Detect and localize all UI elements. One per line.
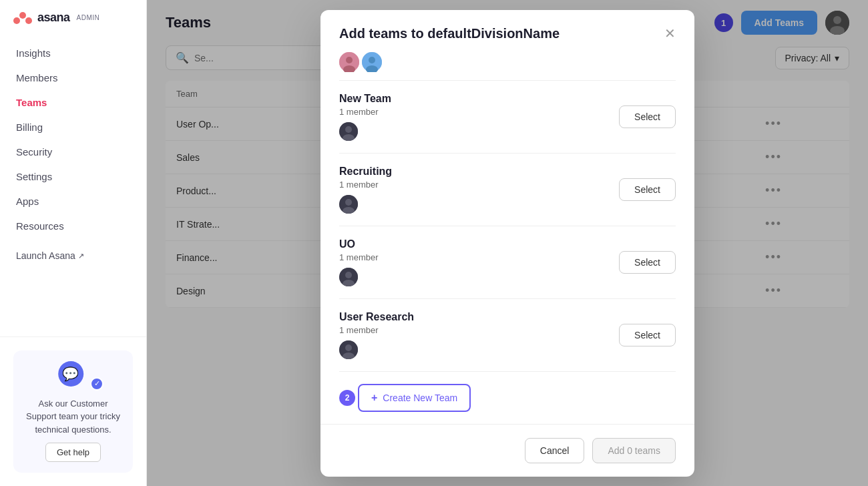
cancel-button[interactable]: Cancel: [525, 438, 585, 463]
add-teams-modal: Add teams to defaultDivisionName ✕ New: [320, 10, 694, 477]
create-new-team-button[interactable]: + Create New Team: [358, 384, 471, 412]
get-help-button[interactable]: Get help: [45, 443, 101, 462]
add-teams-count-button[interactable]: Add 0 teams: [592, 438, 676, 463]
svg-point-16: [345, 272, 352, 278]
team-members: 1 member: [339, 252, 608, 262]
modal-body: New Team 1 member Select Recruiting 1 me…: [320, 52, 694, 424]
sidebar-item-insights[interactable]: Insights: [0, 41, 146, 65]
select-user-research-button[interactable]: Select: [619, 324, 676, 346]
sidebar-item-resources[interactable]: Resources: [0, 214, 146, 238]
svg-point-4: [346, 57, 353, 63]
team-name: User Research: [339, 311, 608, 323]
svg-point-13: [345, 199, 352, 206]
modal-close-button[interactable]: ✕: [664, 27, 676, 40]
step-2-badge: 2: [339, 390, 355, 406]
sidebar-item-members[interactable]: Members: [0, 65, 146, 90]
team-members: 1 member: [339, 325, 608, 335]
team-row-user-research: User Research 1 member Select: [339, 298, 676, 371]
main-content: Teams 1 Add Teams 🔍 Privacy: All ▾ Team: [147, 0, 868, 486]
asana-wordmark: asana: [37, 11, 70, 25]
sidebar-item-settings[interactable]: Settings: [0, 164, 146, 189]
team-members: 1 member: [339, 107, 608, 117]
sidebar-item-security[interactable]: Security: [0, 140, 146, 164]
plus-icon: +: [371, 392, 377, 404]
avatar: [362, 52, 382, 72]
avatar: [339, 340, 358, 359]
support-text: Ask our Customer Support team your trick…: [24, 397, 122, 437]
sidebar: asana ADMIN Insights Members Teams Billi…: [0, 0, 147, 486]
sidebar-nav: Insights Members Teams Billing Security …: [0, 35, 146, 336]
team-name: UO: [339, 238, 608, 250]
modal-header: Add teams to defaultDivisionName ✕: [320, 10, 694, 52]
avatar: [339, 268, 358, 286]
sidebar-logo: asana ADMIN: [0, 0, 146, 35]
team-name: Recruiting: [339, 166, 608, 178]
support-box: 💬 ✓ Ask our Customer Support team your t…: [13, 350, 133, 473]
sidebar-bottom: 💬 ✓ Ask our Customer Support team your t…: [0, 336, 146, 487]
team-row-recruiting: Recruiting 1 member Select: [339, 153, 676, 226]
modal-footer: Cancel Add 0 teams: [320, 424, 694, 477]
chat-bubble-icon: 💬: [58, 361, 83, 387]
svg-point-19: [345, 344, 352, 351]
check-icon: ✓: [90, 377, 103, 391]
team-members: 1 member: [339, 180, 608, 190]
support-icons: 💬 ✓: [24, 361, 122, 391]
sidebar-item-launch[interactable]: Launch Asana ↗: [0, 244, 146, 268]
select-uo-button[interactable]: Select: [619, 251, 676, 274]
modal-overlay: Add teams to defaultDivisionName ✕ New: [147, 0, 868, 486]
external-link-icon: ↗: [78, 252, 84, 260]
select-recruiting-button[interactable]: Select: [619, 178, 676, 201]
asana-logo-icon: [13, 12, 32, 24]
svg-point-10: [345, 126, 352, 133]
modal-title: Add teams to defaultDivisionName: [339, 26, 560, 41]
avatar: [339, 52, 359, 72]
avatar: [339, 195, 358, 214]
sidebar-item-billing[interactable]: Billing: [0, 115, 146, 140]
create-team-row: 2 + Create New Team: [339, 371, 676, 424]
modal-top-avatars: [339, 52, 676, 72]
select-new-team-button[interactable]: Select: [619, 105, 676, 128]
sidebar-item-teams[interactable]: Teams: [0, 90, 146, 115]
team-row-new-team: New Team 1 member Select: [339, 80, 676, 153]
sidebar-item-apps[interactable]: Apps: [0, 189, 146, 214]
svg-point-7: [369, 57, 375, 63]
team-row-uo: UO 1 member Select: [339, 226, 676, 298]
team-name: New Team: [339, 93, 608, 105]
avatar: [339, 122, 358, 141]
admin-badge: ADMIN: [77, 14, 100, 21]
